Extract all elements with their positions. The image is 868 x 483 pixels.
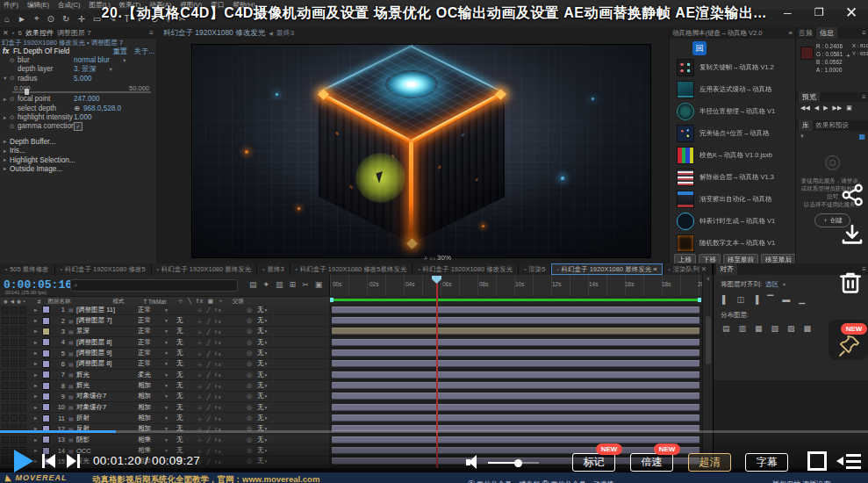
parent-pickwhip-icon[interactable]: ◎ [247, 317, 257, 324]
comp-tab[interactable]: 科幻盒子 1920X1080 修改5 [55, 263, 152, 275]
param-row-select-depth[interactable]: select depth ⊕ 968.0,528.0 [0, 104, 156, 112]
layer-mode-dropdown[interactable]: 正常 [138, 316, 164, 325]
layer-row[interactable]: ► 9 ▤ 对象缓存7 相加 ▼ 无 ⊹ ╱ fx ◎ 无 ▼ [0, 392, 329, 402]
layer-duration-bar[interactable] [332, 404, 699, 411]
param-row-radius[interactable]: ▼⊙ radius 5.000 [0, 74, 156, 83]
align-button[interactable]: ◫ [736, 295, 744, 304]
layer-switches[interactable]: ⊹ ╱ fx [197, 339, 247, 345]
timeline-tool-icon[interactable]: ▣ [315, 280, 323, 289]
gamma-checkbox[interactable]: ✓ [74, 122, 82, 131]
radius-value[interactable]: 5.000 [74, 75, 92, 83]
timeline-tool-icon[interactable]: ✂ [302, 280, 309, 289]
layer-trkmat-dropdown[interactable]: 无 [176, 392, 197, 400]
distribute-button[interactable]: ▨ [787, 324, 795, 333]
timeline-search-input[interactable]: ⌕ [70, 279, 238, 292]
comp-tab[interactable]: 科幻盒子 1920X1080 修改发光 [412, 263, 519, 275]
expand-arrow[interactable]: ► [33, 415, 42, 421]
layer-name[interactable]: 对象缓存7 [76, 392, 138, 400]
effect-group-row[interactable]: ►Highlight Selection... [0, 155, 156, 164]
layer-parent-dropdown[interactable]: 无 [257, 371, 264, 379]
playlist-button[interactable] [836, 453, 863, 469]
layer-duration-bar[interactable] [332, 350, 699, 357]
script-item[interactable]: 半径位置整理→动真格 V1 [670, 100, 795, 122]
expand-arrow[interactable]: ► [33, 405, 42, 410]
script-list-button[interactable]: 移至最前 [723, 254, 758, 263]
layer-duration-bar[interactable] [332, 382, 699, 389]
track-row[interactable] [329, 413, 702, 423]
track-row[interactable] [329, 402, 702, 413]
trash-icon[interactable] [836, 268, 864, 296]
script-item[interactable]: 校色K→动真格 V1.0.jsxb [670, 144, 795, 166]
transport-button[interactable]: ▶ [823, 105, 828, 112]
layer-switches[interactable]: ⊹ ╱ fx [197, 393, 247, 400]
layer-color-swatch[interactable] [42, 382, 50, 390]
track-row[interactable] [329, 315, 702, 326]
comp-tab[interactable]: 渲染5 [519, 263, 551, 275]
layer-color-swatch[interactable] [42, 371, 50, 378]
layer-parent-dropdown[interactable]: 无 [257, 316, 264, 325]
parent-pickwhip-icon[interactable]: ◎ [247, 415, 257, 422]
distribute-button[interactable]: ▩ [804, 324, 812, 333]
select-depth-value[interactable]: 968.0,528.0 [83, 105, 121, 112]
param-row-blur[interactable]: ⊙ blur normal blur ▼ [0, 55, 156, 64]
transport-button[interactable]: ◀◀ [800, 105, 810, 112]
layer-row[interactable]: ► 11 ▤ 折射 相加 ▼ 无 ⊹ ╱ fx ◎ 无 ▼ [0, 413, 329, 423]
parent-pickwhip-icon[interactable]: ◎ [247, 360, 257, 367]
align-button[interactable]: ▐ [753, 295, 758, 304]
timeline-tool-icon[interactable]: ▥ [276, 280, 283, 289]
speed-button[interactable]: 倍速 [630, 453, 673, 472]
panel-menu-icon[interactable]: ≡ [862, 93, 866, 101]
transport-button[interactable]: ◀ [814, 105, 819, 112]
layer-switches[interactable]: ⊹ ╱ fx [197, 318, 247, 324]
layer-parent-dropdown[interactable]: 无 [257, 327, 264, 335]
subtitle-button[interactable]: 字幕 [745, 453, 788, 472]
maximize-button[interactable]: ❐ [814, 6, 824, 18]
viewport-zoom-control[interactable]: ⌕ ▭ 30% [424, 254, 451, 263]
layer-switches[interactable]: ⊹ ╱ fx [197, 415, 247, 422]
layer-name[interactable]: [调整图层 7] [76, 316, 138, 325]
seek-bar[interactable] [0, 430, 868, 433]
layer-trkmat-dropdown[interactable]: 无 [176, 327, 197, 335]
align-button[interactable]: ▌ [722, 295, 728, 304]
layer-name[interactable]: 折射 [76, 414, 138, 422]
crosshair-icon[interactable]: ⊕ [74, 104, 80, 112]
comp-tab[interactable]: 505 最终修改 [0, 263, 55, 275]
layer-color-swatch[interactable] [42, 415, 50, 422]
layer-name[interactable]: 景深 [76, 327, 138, 335]
effect-group-row[interactable]: ►Depth Buffer... [0, 137, 156, 146]
layer-row[interactable]: ► 4 ▤ [调整图层 8] 正常 ▼ 无 ⊹ ╱ fx ◎ 无 ▼ [0, 337, 329, 348]
timeline-tool-icon[interactable]: ✦ [263, 280, 270, 289]
script-list-button[interactable]: 上移 [674, 254, 696, 263]
zoom-icons[interactable]: ⌕ ▭ [424, 254, 435, 262]
track-row[interactable] [329, 359, 702, 370]
layer-mode-dropdown[interactable]: 柔光 [138, 371, 164, 379]
script-item[interactable]: 应用表达式缓动→动真格 [670, 78, 795, 100]
parent-pickwhip-icon[interactable]: ◎ [247, 350, 257, 357]
track-row[interactable] [329, 380, 702, 391]
effect-group-row[interactable]: ►Iris... [0, 147, 156, 155]
param-row-focal[interactable]: ►⊙ focal point 247.000 [0, 95, 156, 104]
expand-arrow[interactable]: ► [33, 340, 42, 345]
blur-dropdown[interactable]: normal blur [74, 56, 110, 64]
layer-row[interactable]: ► 3 ▤ 景深 正常 ▼ 无 ⊹ ╱ fx ◎ 无 ▼ [0, 327, 329, 337]
script-item[interactable]: 复制关键帧→动真格 V1.2 [670, 56, 795, 78]
expand-arrow[interactable]: ► [33, 372, 42, 378]
slider-handle[interactable] [25, 89, 29, 95]
slider-groove[interactable] [12, 91, 151, 93]
distribute-button[interactable]: ▦ [755, 324, 763, 333]
fullscreen-button[interactable] [807, 451, 827, 471]
layer-row[interactable]: ► 7 ▤ 辉光 柔光 ▼ 无 ⊹ ╱ fx ◎ 无 ▼ [0, 370, 329, 380]
about-link[interactable]: 关于... [134, 47, 154, 56]
layer-color-swatch[interactable] [42, 360, 50, 368]
layer-row[interactable]: ► 10 ▤ 对象缓存7 相加 ▼ 无 ⊹ ╱ fx ◎ 无 ▼ [0, 402, 329, 413]
layer-color-swatch[interactable] [42, 306, 50, 314]
param-row-highlight[interactable]: ►⊙ highlight intensity 1.000 [0, 112, 156, 121]
transport-button[interactable]: ▣ [846, 105, 852, 112]
comp-tab[interactable]: 渲染队列 ✕ [664, 263, 713, 275]
script-item[interactable]: 钟表计时生成→动真格 V1 [670, 210, 795, 232]
parent-pickwhip-icon[interactable]: ◎ [247, 371, 257, 378]
tab-effects-presets[interactable]: 效果和预设 [816, 121, 850, 130]
layer-duration-bar[interactable] [332, 371, 699, 378]
distribute-button[interactable]: ▥ [739, 324, 747, 333]
work-area-start-handle[interactable] [330, 298, 334, 302]
